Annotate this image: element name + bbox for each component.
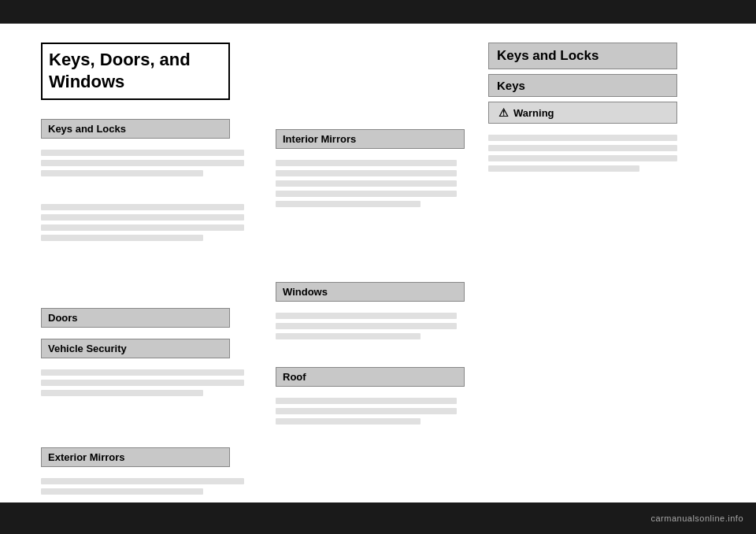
right-subheading[interactable]: Keys (488, 74, 677, 97)
body-text-line (41, 235, 203, 241)
body-text-line (41, 150, 244, 156)
warning-label: Warning (513, 107, 554, 119)
body-text-line (276, 180, 457, 187)
body-text-line (41, 488, 203, 495)
interior-mirrors-heading[interactable]: Interior Mirrors (276, 129, 465, 149)
body-text-line (41, 478, 244, 484)
warning-box: ⚠ Warning (488, 102, 677, 124)
body-text-line (276, 170, 457, 176)
body-text-line (276, 398, 457, 404)
top-bar (0, 0, 756, 24)
doors-heading[interactable]: Doors (41, 308, 230, 328)
body-text-line (41, 204, 244, 210)
right-chapter-title[interactable]: Keys and Locks (488, 43, 677, 69)
chapter-title: Keys, Doors, and Windows (41, 43, 230, 100)
exterior-mirrors-heading[interactable]: Exterior Mirrors (41, 447, 230, 467)
keys-and-locks-heading[interactable]: Keys and Locks (41, 119, 230, 139)
body-text-line (41, 170, 203, 176)
col-right: Keys and Locks Keys ⚠ Warning (472, 24, 693, 534)
body-text-line (276, 418, 421, 425)
body-text-line (488, 145, 677, 151)
body-text-line (41, 380, 244, 386)
body-text-line (276, 160, 457, 166)
warning-triangle-icon: ⚠ (498, 106, 509, 119)
body-text-line (276, 201, 421, 207)
body-text-line (276, 191, 457, 197)
body-text-line (276, 323, 457, 329)
body-text-line (488, 165, 639, 172)
body-text-line (488, 155, 677, 161)
body-text-line (41, 224, 244, 231)
roof-heading[interactable]: Roof (276, 367, 465, 387)
body-text-line (276, 333, 421, 339)
body-text-line (41, 214, 244, 221)
body-text-line (276, 408, 457, 414)
bottom-logo: carmanualsonline.info (650, 514, 743, 523)
col-middle: Interior Mirrors Windows Roof (260, 24, 472, 534)
body-text-line (41, 369, 244, 376)
bottom-bar: carmanualsonline.info (0, 502, 756, 534)
body-text-line (488, 135, 677, 141)
vehicle-security-heading[interactable]: Vehicle Security (41, 339, 230, 358)
body-text-line (276, 313, 457, 319)
body-text-line (41, 160, 244, 166)
content-area: Keys, Doors, and Windows Keys and Locks … (0, 24, 756, 534)
col-left: Keys, Doors, and Windows Keys and Locks … (0, 24, 260, 534)
body-text-line (41, 390, 203, 396)
page-container: Keys, Doors, and Windows Keys and Locks … (0, 0, 756, 534)
windows-heading[interactable]: Windows (276, 282, 465, 302)
